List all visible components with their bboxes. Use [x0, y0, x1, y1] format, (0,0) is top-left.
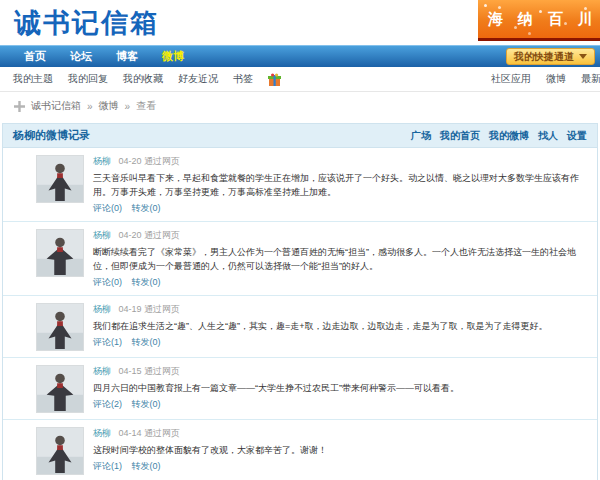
nav-item-blog[interactable]: 博客 [104, 49, 150, 64]
post-actions: 评论(1) 转发(0) [93, 460, 583, 473]
post-source: 通过网页 [144, 366, 180, 376]
content-header-links: 广场 我的首页 我的微博 找人 设置 [411, 129, 587, 143]
post-source: 通过网页 [144, 156, 180, 166]
forward-link[interactable]: 转发(0) [132, 337, 161, 347]
post-actions: 评论(0) 转发(0) [93, 276, 583, 289]
post-content: 四月六日的中国教育报上有一篇文章——“大学生挣不过农民工”带来何种警示——可以看… [93, 381, 583, 395]
post-author[interactable]: 杨柳 [93, 156, 111, 166]
post-date: 04-20 [119, 230, 142, 240]
ad-banner-text: 海纳百川 [488, 10, 600, 29]
quick-channel-label: 我的快捷通道 [514, 50, 574, 64]
post-author[interactable]: 杨柳 [93, 428, 111, 438]
post-content: 断断续续看完了《家常菜》，男主人公作为一个普通百姓的无悔“担当”，感动很多人。一… [93, 245, 583, 273]
post-source: 通过网页 [144, 304, 180, 314]
post-meta: 杨柳 04-19 通过网页 [93, 303, 583, 316]
forward-link[interactable]: 转发(0) [132, 277, 161, 287]
comment-link[interactable]: 评论(2) [93, 399, 122, 409]
post-author[interactable]: 杨柳 [93, 366, 111, 376]
avatar[interactable] [36, 365, 84, 413]
post-author[interactable]: 杨柳 [93, 304, 111, 314]
link-my-home[interactable]: 我的首页 [440, 129, 480, 143]
post-date: 04-20 [119, 156, 142, 166]
page-title: 杨柳的微博记录 [13, 128, 90, 143]
weibo-content-box: 杨柳的微博记录 广场 我的首页 我的微博 找人 设置 杨柳 04-20 [2, 123, 598, 480]
nav-item-weibo[interactable]: 微博 [150, 49, 196, 64]
nav-item-home[interactable]: 首页 [12, 49, 58, 64]
breadcrumb-root[interactable]: 诚书记信箱 [31, 99, 81, 113]
weibo-post: 杨柳 04-19 通过网页 我们都在追求生活之“趣”、人生之“趣”，其实，趣=走… [3, 296, 597, 358]
comment-link[interactable]: 评论(1) [93, 337, 122, 347]
post-date: 04-15 [119, 366, 142, 376]
post-meta: 杨柳 04-15 通过网页 [93, 365, 583, 378]
link-my-weibo[interactable]: 我的微博 [489, 129, 529, 143]
avatar[interactable] [36, 155, 84, 203]
avatar[interactable] [36, 427, 84, 475]
subnav-my-replies[interactable]: 我的回复 [68, 72, 108, 86]
post-source: 通过网页 [144, 428, 180, 438]
gift-icon[interactable] [268, 73, 281, 86]
weibo-post: 杨柳 04-20 通过网页 断断续续看完了《家常菜》，男主人公作为一个普通百姓的… [3, 222, 597, 296]
link-find-people[interactable]: 找人 [538, 129, 558, 143]
subnav-right-group: 社区应用 微博 最新 [476, 72, 600, 86]
subnav-my-threads[interactable]: 我的主题 [13, 72, 53, 86]
weibo-post: 杨柳 04-15 通过网页 四月六日的中国教育报上有一篇文章——“大学生挣不过农… [3, 358, 597, 420]
page-root: 诚书记信箱 海纳百川 首页 论坛 博客 微博 我的快捷通道 我的主题 我的回复 … [0, 0, 600, 480]
breadcrumb-current: 查看 [136, 99, 156, 113]
site-header: 诚书记信箱 海纳百川 [0, 0, 600, 45]
subnav-friend-updates[interactable]: 好友近况 [178, 72, 218, 86]
post-actions: 评论(0) 转发(0) [93, 202, 583, 215]
comment-link[interactable]: 评论(0) [93, 277, 122, 287]
nav-item-forum[interactable]: 论坛 [58, 49, 104, 64]
chevron-down-icon [579, 54, 587, 59]
post-meta: 杨柳 04-20 通过网页 [93, 229, 583, 242]
post-meta: 杨柳 04-14 通过网页 [93, 427, 583, 440]
weibo-post: 杨柳 04-20 通过网页 三天音乐叫早看下来，早起和食堂就餐的学生正在增加，应… [3, 148, 597, 222]
subnav-community-apps[interactable]: 社区应用 [491, 72, 531, 86]
post-date: 04-14 [119, 428, 142, 438]
breadcrumb-separator: » [87, 101, 93, 112]
comment-link[interactable]: 评论(1) [93, 461, 122, 471]
post-content: 这段时间学校的整体面貌有了改观，大家都辛苦了。谢谢！ [93, 443, 583, 457]
weibo-post: 杨柳 04-14 通过网页 这段时间学校的整体面貌有了改观，大家都辛苦了。谢谢！… [3, 420, 597, 480]
breadcrumb-section[interactable]: 微博 [99, 99, 119, 113]
breadcrumb: 诚书记信箱 » 微博 » 查看 [0, 92, 600, 120]
subnav-bookmarks[interactable]: 书签 [233, 72, 253, 86]
navigate-cross-icon [14, 101, 25, 112]
avatar[interactable] [36, 229, 84, 277]
comment-link[interactable]: 评论(0) [93, 203, 122, 213]
sub-nav: 我的主题 我的回复 我的收藏 好友近况 书签 社区应用 微博 最新 [0, 67, 600, 92]
site-logo[interactable]: 诚书记信箱 [14, 5, 159, 41]
forward-link[interactable]: 转发(0) [132, 399, 161, 409]
ad-banner[interactable]: 海纳百川 [478, 0, 600, 41]
quick-channel-button[interactable]: 我的快捷通道 [506, 48, 595, 65]
post-content: 我们都在追求生活之“趣”、人生之“趣”，其实，趣=走+取，边走边取，边取边走，走… [93, 319, 583, 333]
content-header: 杨柳的微博记录 广场 我的首页 我的微博 找人 设置 [3, 124, 597, 148]
forward-link[interactable]: 转发(0) [132, 203, 161, 213]
main-nav: 首页 论坛 博客 微博 我的快捷通道 [0, 45, 600, 67]
post-source: 通过网页 [144, 230, 180, 240]
post-actions: 评论(2) 转发(0) [93, 398, 583, 411]
breadcrumb-separator: » [125, 101, 131, 112]
subnav-latest[interactable]: 最新 [581, 72, 600, 86]
subnav-my-favorites[interactable]: 我的收藏 [123, 72, 163, 86]
post-author[interactable]: 杨柳 [93, 230, 111, 240]
subnav-weibo[interactable]: 微博 [546, 72, 566, 86]
link-square[interactable]: 广场 [411, 129, 431, 143]
avatar[interactable] [36, 303, 84, 351]
post-meta: 杨柳 04-20 通过网页 [93, 155, 583, 168]
link-settings[interactable]: 设置 [567, 129, 587, 143]
post-date: 04-19 [119, 304, 142, 314]
post-actions: 评论(1) 转发(0) [93, 336, 583, 349]
forward-link[interactable]: 转发(0) [132, 461, 161, 471]
post-content: 三天音乐叫早看下来，早起和食堂就餐的学生正在增加，应该说开了一个好头。动之以情、… [93, 171, 583, 199]
